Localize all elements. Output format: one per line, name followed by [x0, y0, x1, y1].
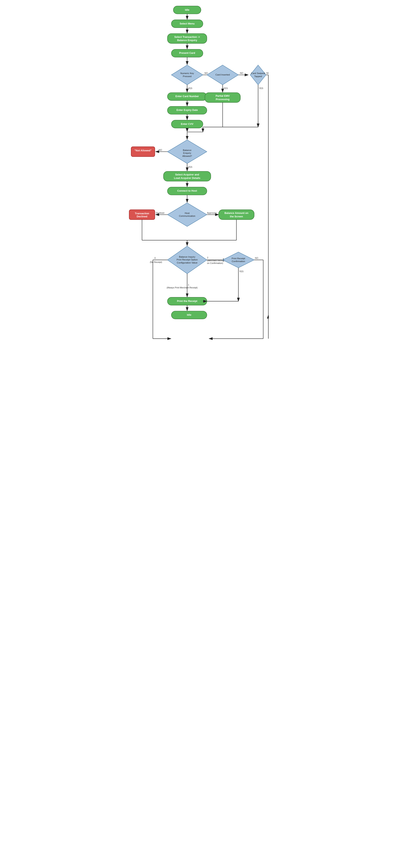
svg-text:Enter Expiry Date: Enter Expiry Date	[176, 109, 198, 112]
one-always-print-label: 1	[188, 283, 189, 286]
svg-text:Processing: Processing	[216, 98, 229, 101]
svg-rect-36	[205, 93, 241, 103]
svg-text:Pressed: Pressed	[183, 75, 192, 78]
idle-top-node: Idle	[173, 6, 201, 14]
svg-text:Connect to Host: Connect to Host	[177, 189, 197, 192]
svg-text:Balance: Balance	[183, 149, 191, 151]
svg-rect-7	[167, 34, 207, 43]
two-merchant-conf-desc2: on Confirmation)	[207, 262, 223, 264]
print-receipt-node: Print the Receipt	[167, 297, 207, 305]
no-label-card-swiped: NO	[266, 72, 269, 74]
svg-text:Declined: Declined	[137, 215, 147, 218]
svg-text:Select Acquirer and: Select Acquirer and	[175, 173, 199, 176]
svg-text:"Not Allowed": "Not Allowed"	[134, 149, 151, 152]
svg-text:Select Transaction ->: Select Transaction ->	[174, 36, 200, 38]
flowchart-container: Idle Select Menu Select Transaction -> B…	[123, 0, 271, 367]
idle-bottom-node: Idle	[171, 311, 207, 319]
svg-text:Balance Amount on: Balance Amount on	[224, 212, 248, 215]
svg-rect-69	[219, 210, 254, 220]
svg-text:Transaction: Transaction	[135, 212, 149, 215]
yes-label-card-inserted: YES	[223, 87, 228, 89]
partial-emv-node: Partial EMV Processing	[205, 93, 241, 103]
two-merchant-conf-label: 2	[207, 256, 208, 259]
no-label-card-inserted: NO	[240, 72, 243, 74]
svg-text:Card Inserted: Card Inserted	[216, 73, 230, 76]
select-menu-node: Select Menu	[171, 20, 203, 28]
svg-text:Print the Receipt: Print the Receipt	[177, 300, 197, 303]
svg-text:Tapped: Tapped	[254, 75, 262, 78]
svg-text:Balance Enquiry: Balance Enquiry	[177, 39, 197, 42]
balance-amount-node: Balance Amount on the Screen	[219, 210, 254, 220]
host-communication-diamond: Host Communication	[167, 203, 207, 226]
svg-text:Configuration Value: Configuration Value	[177, 261, 198, 264]
svg-text:Enquiry: Enquiry	[183, 152, 191, 154]
svg-text:Confirmation: Confirmation	[232, 260, 245, 262]
connect-to-host-node: Connect to Host	[167, 187, 207, 195]
zero-no-receipt-label: 0	[154, 257, 156, 259]
select-acquirer-node: Select Acquirer and Load Acquirer Detail…	[164, 172, 211, 181]
svg-rect-54	[164, 172, 211, 181]
one-always-print-desc: (Always Print Merchant Receipt)	[167, 286, 198, 289]
svg-text:Card Swiped/: Card Swiped/	[251, 72, 265, 74]
balance-enquiry-allowed-diamond: Balance Enquiry Allowed?	[167, 140, 207, 163]
zero-no-receipt-desc: (No Receipt)	[150, 261, 162, 263]
present-card-node: Present Card	[171, 50, 203, 57]
not-allowed-node: "Not Allowed"	[131, 147, 155, 157]
declined-label: Declined	[156, 212, 164, 214]
svg-text:Enter Card Number: Enter Card Number	[175, 95, 199, 98]
svg-text:Enter CVV: Enter CVV	[181, 123, 193, 125]
print-receipt-confirmation-diamond: Print Receipt Confirmation	[223, 252, 254, 268]
select-transaction-node: Select Transaction -> Balance Enquiry	[167, 34, 207, 43]
svg-text:Communication: Communication	[179, 215, 195, 217]
svg-text:Host: Host	[185, 212, 190, 214]
transaction-declined-node: Transaction Declined	[129, 210, 154, 220]
yes-label-balance-enquiry: YES	[188, 166, 192, 168]
svg-text:Load Acquirer Details: Load Acquirer Details	[174, 177, 200, 180]
approved-label: Approved	[207, 212, 217, 214]
svg-text:the Screen: the Screen	[230, 215, 243, 218]
svg-text:Select Menu: Select Menu	[180, 22, 195, 25]
svg-text:Idle: Idle	[187, 313, 191, 316]
yes-label-print-conf: YES	[239, 270, 244, 273]
no-label-numeric: NO	[204, 72, 208, 74]
card-inserted-diamond: Card Inserted	[207, 65, 238, 85]
numeric-key-diamond: Numeric Key Pressed	[171, 65, 203, 85]
enter-cvv-node: Enter CVV	[171, 120, 203, 128]
no-label-balance-enquiry: NO	[159, 149, 162, 151]
no-label-print-conf: NO	[255, 257, 258, 259]
card-swiped-diamond: Card Swiped/ Tapped	[250, 65, 266, 85]
yes-label-card-swiped: YES	[259, 87, 263, 89]
print-receipt-option-diamond: Balance Inquiry Print Receipt Option Con…	[167, 246, 207, 274]
svg-text:Allowed?: Allowed?	[182, 155, 192, 157]
svg-text:Idle: Idle	[185, 8, 189, 11]
yes-label-numeric: YES	[188, 87, 192, 89]
svg-text:Present Card: Present Card	[179, 52, 195, 55]
svg-text:Print Receipt Option: Print Receipt Option	[176, 258, 198, 261]
svg-text:Print Receipt: Print Receipt	[232, 257, 245, 260]
enter-expiry-node: Enter Expiry Date	[167, 106, 207, 114]
two-merchant-conf-desc: (Merchant Receipt	[207, 259, 225, 262]
svg-text:Partial EMV: Partial EMV	[216, 94, 230, 97]
enter-card-number-node: Enter Card Number	[167, 93, 207, 101]
svg-text:Numeric Key: Numeric Key	[180, 72, 194, 74]
svg-text:Balance Inquiry: Balance Inquiry	[179, 255, 195, 258]
